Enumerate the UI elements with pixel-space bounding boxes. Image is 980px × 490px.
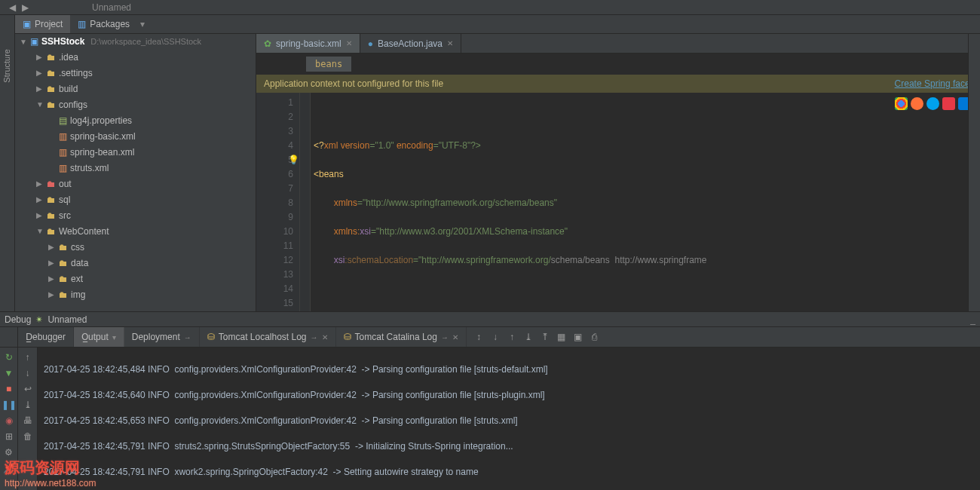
tree-file-log4j[interactable]: ▤log4j.properties [18, 112, 256, 128]
toolbar-btn[interactable]: ▣ [571, 329, 586, 345]
banner-message: Application context not configured for t… [264, 78, 443, 89]
tab-debugger[interactable]: D̲ebugger [18, 327, 74, 347]
run-icon[interactable]: ▼ [2, 366, 16, 380]
tree-folder-src[interactable]: ▶🖿src [18, 207, 256, 223]
project-root[interactable]: ▼ ▣ SSHStock D:\workspace_idea\SSHStock [15, 34, 256, 49]
toolbar-btn[interactable]: ↑ [504, 329, 519, 345]
bottom-panel: Debug ✴ Unnamed _ D̲ebugger O̲utput▾ Dep… [0, 311, 980, 490]
tree-folder-webcontent[interactable]: ▼🖿WebContent [18, 223, 256, 239]
folder-icon: 🖿 [47, 194, 56, 205]
toolbar-btn[interactable]: ▦ [554, 329, 569, 345]
toolbar-btn[interactable]: ↕ [471, 329, 486, 345]
line-gutter: 12345678910111213141516 [256, 93, 300, 311]
folder-icon: 🖿 [47, 68, 56, 78]
close-icon[interactable]: ✕ [447, 39, 453, 47]
editor-tab-springbasic[interactable]: ✿spring-basic.xml✕ [256, 34, 360, 53]
breadcrumb: beans [256, 54, 980, 75]
tree-folder-configs[interactable]: ▼🖿configs [18, 96, 256, 112]
tree-folder-img[interactable]: ▶🖿img [18, 286, 256, 302]
nav-fwd-icon[interactable]: ▶ [22, 2, 29, 13]
view-breakpoints-icon[interactable]: ◉ [2, 414, 16, 427]
wrap-icon[interactable]: ↩ [20, 382, 35, 396]
settings-icon[interactable]: ⚙ [2, 446, 16, 459]
tree-folder-sql[interactable]: ▶🖿sql [18, 191, 256, 207]
nav-back-icon[interactable]: ◀ [9, 2, 16, 13]
tab-project[interactable]: ▣ Project [15, 15, 70, 33]
intention-bulb-icon[interactable]: 💡 [288, 153, 299, 167]
xml-file-icon: ▥ [59, 163, 67, 173]
opera-icon[interactable] [942, 97, 955, 110]
tree-folder-data[interactable]: ▶🖿data [18, 255, 256, 271]
tree-folder-ext[interactable]: ▶🖿ext [18, 271, 256, 286]
console-tools: ↑ ↓ ↩ ⤓ 🖶 🗑 [18, 348, 38, 490]
code-text[interactable]: 💡 <?xml version="1.0" encoding="UTF-8"?>… [311, 93, 980, 311]
pin-icon[interactable]: → [311, 333, 318, 341]
debug-config-name[interactable]: Unnamed [47, 314, 87, 325]
pin-icon[interactable]: → [184, 333, 191, 341]
pin-icon[interactable]: ▾ [112, 333, 116, 341]
pin-icon[interactable]: → [441, 333, 449, 341]
print-icon[interactable]: 🖶 [20, 414, 35, 427]
debug-label: Debug [5, 314, 31, 325]
tree-file-struts[interactable]: ▥struts.xml [18, 160, 256, 176]
toolbar-btn[interactable]: ⎙ [587, 329, 602, 345]
close-icon[interactable]: ✕ [322, 333, 328, 341]
debug-strip: Debug ✴ Unnamed _ [0, 312, 980, 327]
tree-folder-idea[interactable]: ▶🖿.idea [18, 49, 256, 65]
tab-tomcat-localhost[interactable]: ⛁Tomcat Localhost Log→✕ [200, 327, 336, 347]
firefox-icon[interactable] [911, 97, 923, 110]
tree-file-springbasic[interactable]: ▥spring-basic.xml [18, 128, 256, 144]
folder-icon: 🖿 [47, 84, 56, 94]
tree-file-springbean[interactable]: ▥spring-bean.xml [18, 144, 256, 160]
folder-icon: 🖿 [47, 210, 56, 221]
tab-packages[interactable]: ▥ Packages [70, 15, 137, 33]
xml-file-icon: ▥ [59, 131, 67, 142]
pause-icon[interactable]: ❚❚ [2, 398, 16, 412]
console-output[interactable]: 2017-04-25 18:42:45,484 INFO config.prov… [38, 348, 980, 490]
chevron-down-icon[interactable]: ▾ [140, 19, 145, 29]
minimize-icon[interactable]: _ [970, 314, 975, 325]
rerun-icon[interactable]: ↻ [2, 351, 16, 364]
layout-icon[interactable]: ⊞ [2, 430, 16, 443]
breadcrumb-beans[interactable]: beans [306, 57, 351, 72]
close-icon[interactable]: ✕ [452, 333, 458, 341]
code-area[interactable]: 12345678910111213141516 💡 <?xml version=… [256, 93, 980, 311]
up-icon[interactable]: ↑ [20, 351, 35, 364]
tree-folder-settings[interactable]: ▶🖿.settings [18, 65, 256, 81]
down-icon[interactable]: ↓ [20, 366, 35, 380]
safari-icon[interactable] [926, 97, 939, 110]
tree-folder-css[interactable]: ▶🖿css [18, 239, 256, 255]
editor-tab-baseaction[interactable]: ●BaseAction.java✕ [360, 34, 461, 53]
folder-icon: 🖿 [47, 179, 56, 189]
tree-folder-build[interactable]: ▶🖿build [18, 81, 256, 96]
folder-icon: 🖿 [59, 258, 68, 268]
tab-tomcat-catalina[interactable]: ⛁Tomcat Catalina Log→✕ [336, 327, 467, 347]
toolbar-btn[interactable]: ↓ [488, 329, 503, 345]
editor-area: ✿spring-basic.xml✕ ●BaseAction.java✕ bea… [256, 34, 980, 311]
top-toolbar: ◀ ▶ Unnamed [0, 0, 980, 15]
browser-preview-icons [895, 97, 971, 110]
tomcat-icon: ⛁ [207, 332, 215, 342]
create-spring-facet-link[interactable]: Create Spring facet [895, 78, 972, 89]
close-icon[interactable]: ✕ [346, 39, 352, 47]
left-ide-gutter: Structure [0, 34, 15, 311]
tab-deployment[interactable]: Deployment→ [124, 327, 200, 347]
chrome-icon[interactable] [895, 97, 908, 110]
properties-file-icon: ▤ [59, 115, 67, 126]
pin-icon[interactable]: 📌 [2, 461, 16, 475]
scroll-end-icon[interactable]: ⤓ [20, 398, 35, 412]
toolbar-btn[interactable]: ⤓ [521, 329, 536, 345]
toolbar-btn[interactable]: ⤒ [537, 329, 553, 345]
tab-output[interactable]: O̲utput▾ [74, 327, 124, 347]
main-area: Structure ▼ ▣ SSHStock D:\workspace_idea… [0, 34, 980, 311]
java-class-icon: ● [368, 38, 373, 49]
clear-icon[interactable]: 🗑 [20, 430, 35, 443]
folder-icon: 🖿 [59, 289, 68, 300]
tree-folder-out[interactable]: ▶🖿out [18, 176, 256, 191]
right-ide-gutter [968, 34, 980, 311]
structure-tool-btn[interactable]: Structure [2, 49, 11, 83]
tree-arrow-icon[interactable]: ▼ [20, 38, 27, 46]
run-config-label[interactable]: Unnamed [92, 2, 131, 13]
folder-icon: 🖿 [59, 274, 68, 284]
stop-icon[interactable]: ■ [2, 382, 16, 396]
